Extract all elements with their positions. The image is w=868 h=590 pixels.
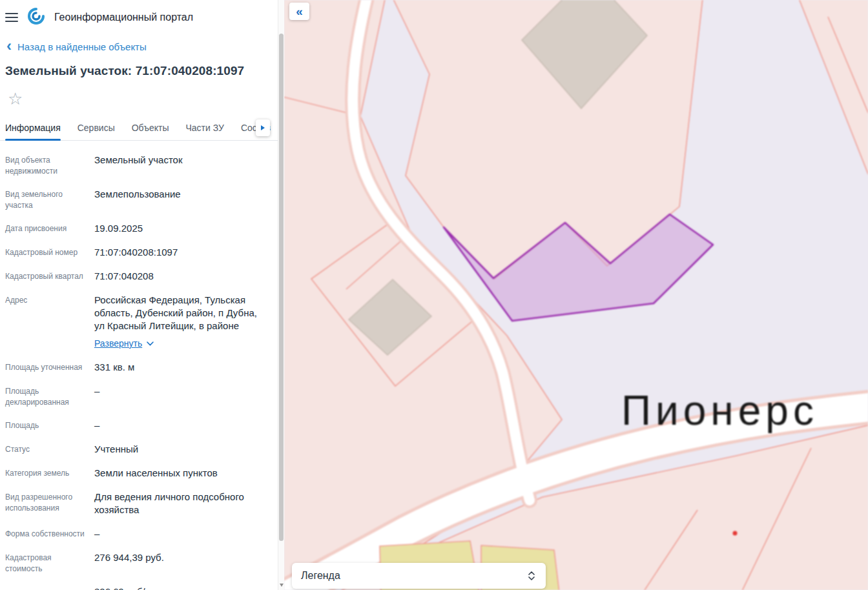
field-label: Кадастровый номер — [5, 246, 94, 259]
tab-1[interactable]: Информация — [5, 117, 61, 140]
tab-2[interactable]: Сервисы — [78, 117, 115, 140]
field-value: – — [94, 527, 269, 540]
info-row: Кадастровая стоимость 276 944,39 руб. — [5, 551, 269, 575]
info-row: Дата присвоения 19.09.2025 — [5, 222, 269, 235]
page-title: Земельный участок: 71:07:040208:1097 — [0, 52, 278, 78]
field-label: Вид земельного участка — [5, 188, 94, 211]
field-label: Адрес — [5, 294, 94, 350]
field-value: Для ведения личного подсобного хозяйства — [94, 491, 269, 516]
info-row: Форма собственности – — [5, 527, 269, 540]
field-value: 836,69 руб/кв. м — [94, 585, 269, 590]
street-label: Пионерс — [621, 387, 818, 434]
field-label: Дата присвоения — [5, 222, 94, 235]
top-bar: Геоинформационный портал — [0, 0, 278, 32]
info-row: Статус Учтенный — [5, 443, 269, 456]
field-label: Вид разрешенного использования — [5, 491, 94, 516]
triangle-right-icon — [260, 125, 265, 131]
field-value: Земельный участок — [94, 154, 269, 177]
field-label: Вид объекта недвижимости — [5, 154, 94, 177]
portal-logo-icon — [26, 6, 46, 28]
field-value: 331 кв. м — [94, 361, 269, 374]
info-row: Адрес Российская Федерация, Тульская обл… — [5, 294, 269, 350]
info-list: Вид объекта недвижимости Земельный участ… — [0, 141, 278, 590]
object-info-panel: Геоинформационный портал ‹ Назад в найде… — [0, 0, 284, 590]
field-value: Российская Федерация, Тульская область, … — [94, 294, 269, 350]
tab-3[interactable]: Объекты — [132, 117, 169, 140]
info-row: Вид земельного участка Землепользование — [5, 188, 269, 211]
chevron-down-icon — [147, 341, 154, 346]
info-row: Вид объекта недвижимости Земельный участ… — [5, 154, 269, 177]
tab-4[interactable]: Части ЗУ — [185, 117, 223, 140]
field-label: Кадастровый квартал — [5, 270, 94, 283]
field-label: Кадастровая стоимость — [5, 551, 94, 575]
field-value: 71:07:040208:1097 — [94, 246, 269, 259]
field-label: Категория земель — [5, 467, 94, 480]
map-area[interactable]: Пионерс « Легенда — [284, 0, 868, 590]
info-row: Вид разрешенного использования Для веден… — [5, 491, 269, 516]
info-row: Категория земель Земли населенных пункто… — [5, 467, 269, 480]
legend-label: Легенда — [301, 570, 340, 582]
tabs-scroll-right-button[interactable] — [256, 119, 270, 136]
field-value: – — [94, 385, 269, 408]
field-value: Земли населенных пунктов — [94, 467, 269, 480]
expand-address-link[interactable]: Развернуть — [94, 337, 154, 350]
favorite-star-icon[interactable]: ☆ — [8, 89, 23, 108]
geoportal-app: Геоинформационный портал ‹ Назад в найде… — [0, 0, 868, 590]
map-canvas[interactable]: Пионерс — [284, 0, 868, 590]
info-row: Кадастровый номер 71:07:040208:1097 — [5, 246, 269, 259]
field-label: Площадь уточненная — [5, 361, 94, 374]
field-label: Статус — [5, 443, 94, 456]
back-row: ‹ Назад в найденные объекты — [0, 32, 278, 52]
poi-dot — [733, 531, 738, 536]
field-label: Площадь декларированная — [5, 385, 94, 408]
back-to-results-link[interactable]: Назад в найденные объекты — [17, 41, 147, 52]
field-value: – — [94, 419, 269, 432]
field-label — [5, 585, 94, 590]
info-row: Кадастровый квартал 71:07:040208 — [5, 270, 269, 283]
info-row: Площадь уточненная 331 кв. м — [5, 361, 269, 374]
info-row: 836,69 руб/кв. м — [5, 585, 269, 590]
collapse-panel-button[interactable]: « — [289, 3, 309, 20]
menu-icon[interactable] — [5, 13, 18, 23]
field-label: Форма собственности — [5, 527, 94, 540]
legend-bar[interactable]: Легенда — [292, 563, 546, 589]
scrollbar-thumb[interactable] — [279, 34, 284, 541]
field-value: 71:07:040208 — [94, 270, 269, 283]
field-value: Землепользование — [94, 188, 269, 211]
field-label: Площадь — [5, 419, 94, 432]
field-value: Учтенный — [94, 443, 269, 456]
panel-scrollbar[interactable] — [278, 0, 284, 590]
info-row: Площадь – — [5, 419, 269, 432]
field-value: 276 944,39 руб. — [94, 551, 269, 575]
unfold-chevrons-icon — [526, 570, 537, 582]
field-value: 19.09.2025 — [94, 222, 269, 235]
portal-title: Геоинформационный портал — [54, 12, 193, 23]
tabs: ИнформацияСервисыОбъектыЧасти ЗУСостав — [0, 117, 278, 141]
chevron-left-icon: ‹ — [6, 41, 12, 51]
scrollbar-down-arrow-icon[interactable] — [280, 584, 284, 587]
info-row: Площадь декларированная – — [5, 385, 269, 408]
